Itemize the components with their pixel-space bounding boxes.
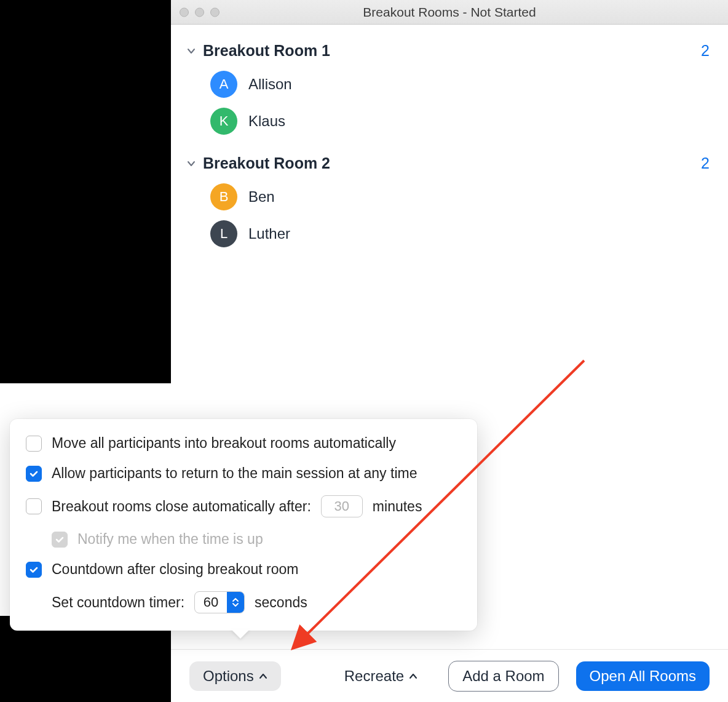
room-block: Breakout Room 1 2 A Allison K Klaus	[186, 42, 710, 140]
add-room-button[interactable]: Add a Room	[448, 661, 558, 692]
option-label: Set countdown timer:	[52, 594, 184, 611]
chevron-up-icon	[259, 673, 267, 679]
avatar: B	[210, 183, 237, 210]
chevron-up-icon	[409, 673, 417, 679]
options-button[interactable]: Options	[189, 661, 281, 691]
window-close-dot[interactable]	[180, 7, 189, 17]
option-label: Breakout rooms close automatically after…	[52, 498, 311, 515]
checkbox-checked[interactable]	[26, 466, 42, 482]
stepper-arrows-icon[interactable]	[227, 592, 244, 613]
participant-row[interactable]: B Ben	[186, 178, 710, 215]
option-label: Countdown after closing breakout room	[52, 561, 298, 578]
room-participant-count: 2	[701, 154, 710, 172]
checkbox-checked[interactable]	[26, 562, 42, 578]
window-traffic-lights[interactable]	[180, 7, 220, 17]
participant-row[interactable]: A Allison	[186, 66, 710, 103]
avatar: L	[210, 220, 237, 247]
avatar: A	[210, 71, 237, 98]
options-button-label: Options	[203, 668, 254, 685]
recreate-button[interactable]: Recreate	[331, 661, 431, 691]
close-after-minutes-input[interactable]	[321, 495, 363, 517]
participant-name: Allison	[248, 76, 292, 93]
participant-name: Luther	[248, 225, 290, 242]
chevron-down-icon	[186, 46, 197, 57]
option-close-after[interactable]: Breakout rooms close automatically after…	[26, 495, 461, 517]
room-block: Breakout Room 2 2 B Ben L Luther	[186, 154, 710, 252]
room-name: Breakout Room 2	[203, 154, 701, 172]
chevron-down-icon	[186, 158, 197, 169]
checkbox[interactable]	[26, 436, 42, 452]
recreate-button-label: Recreate	[344, 668, 404, 685]
avatar: K	[210, 108, 237, 135]
participant-row[interactable]: L Luther	[186, 215, 710, 252]
option-set-countdown-timer[interactable]: Set countdown timer: 60 seconds	[26, 591, 461, 613]
open-all-rooms-button-label: Open All Rooms	[590, 668, 696, 685]
footer-bar: Options Recreate Add a Room Open All Roo…	[171, 649, 728, 702]
countdown-seconds-select[interactable]: 60	[194, 591, 245, 613]
window-minimize-dot[interactable]	[195, 7, 204, 17]
open-all-rooms-button[interactable]: Open All Rooms	[576, 661, 710, 691]
room-header[interactable]: Breakout Room 2 2	[186, 154, 710, 172]
option-countdown[interactable]: Countdown after closing breakout room	[26, 561, 461, 578]
room-header[interactable]: Breakout Room 1 2	[186, 42, 710, 60]
option-label: Move all participants into breakout room…	[52, 435, 396, 452]
participant-name: Klaus	[248, 113, 285, 130]
options-popup: Move all participants into breakout room…	[10, 419, 477, 631]
option-move-automatically[interactable]: Move all participants into breakout room…	[26, 435, 461, 452]
participant-name: Ben	[248, 188, 275, 205]
window-zoom-dot[interactable]	[210, 7, 220, 17]
option-notify-time-up: Notify me when the time is up	[26, 531, 461, 548]
room-participant-count: 2	[701, 42, 710, 60]
participant-row[interactable]: K Klaus	[186, 103, 710, 140]
add-room-button-label: Add a Room	[462, 668, 544, 685]
background-dark-region	[0, 0, 171, 383]
window-titlebar: Breakout Rooms - Not Started	[171, 0, 728, 25]
checkbox[interactable]	[26, 498, 42, 514]
checkbox-checked-disabled	[52, 532, 68, 548]
option-suffix: minutes	[373, 498, 422, 515]
room-name: Breakout Room 1	[203, 42, 701, 60]
option-label: Notify me when the time is up	[77, 531, 263, 548]
option-allow-return[interactable]: Allow participants to return to the main…	[26, 465, 461, 482]
option-suffix: seconds	[255, 594, 307, 611]
countdown-seconds-value: 60	[195, 592, 227, 613]
window-title: Breakout Rooms - Not Started	[171, 5, 728, 20]
option-label: Allow participants to return to the main…	[52, 465, 417, 482]
